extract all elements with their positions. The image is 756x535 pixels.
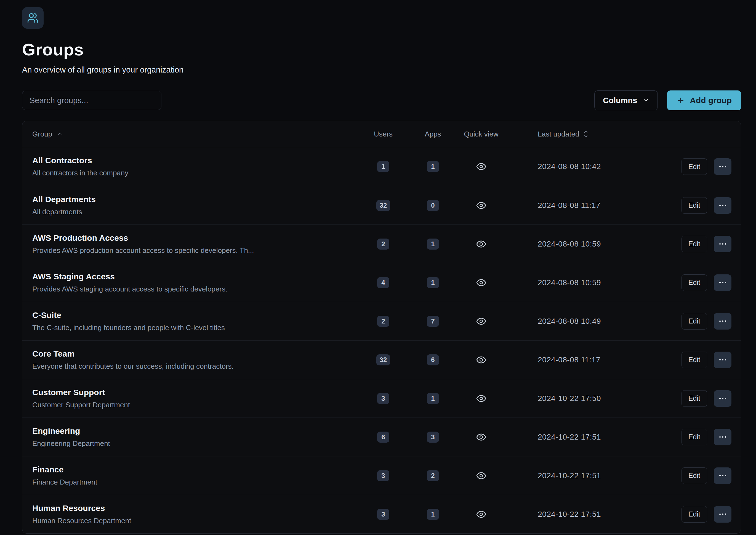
apps-count-badge: 7 (427, 316, 439, 327)
eye-icon (476, 239, 486, 249)
group-cell: AWS Production Access Provides AWS produ… (22, 233, 359, 255)
search-input[interactable] (22, 91, 161, 110)
edit-button[interactable]: Edit (682, 506, 707, 522)
edit-button[interactable]: Edit (682, 467, 707, 484)
actions-cell: Edit (667, 236, 741, 252)
quick-view-cell (458, 353, 505, 367)
more-actions-button[interactable] (714, 429, 731, 445)
quick-view-button[interactable] (474, 469, 488, 483)
apps-cell: 6 (408, 354, 458, 365)
users-count-badge: 2 (377, 239, 389, 250)
actions-cell: Edit (667, 506, 741, 522)
group-cell: Finance Finance Department (22, 465, 359, 487)
table-row[interactable]: Customer Support Customer Support Depart… (22, 379, 741, 417)
users-count-badge: 4 (377, 277, 389, 288)
group-description: Provides AWS production account access t… (32, 246, 359, 255)
column-header-group[interactable]: Group (22, 130, 359, 138)
column-header-last-updated[interactable]: Last updated (505, 129, 667, 138)
apps-cell: 1 (408, 161, 458, 172)
users-cell: 32 (359, 354, 408, 365)
users-cell: 2 (359, 239, 408, 250)
column-header-apps[interactable]: Apps (408, 130, 458, 138)
quick-view-button[interactable] (474, 160, 488, 174)
last-updated-value: 2024-10-22 17:50 (505, 394, 667, 403)
users-count-badge: 6 (377, 432, 389, 443)
quick-view-button[interactable] (474, 314, 488, 328)
quick-view-button[interactable] (474, 237, 488, 251)
toolbar: Columns Add group (22, 91, 741, 110)
last-updated-value: 2024-08-08 11:17 (505, 201, 667, 210)
edit-button[interactable]: Edit (682, 197, 707, 214)
table-row[interactable]: Core Team Everyone that contributes to o… (22, 340, 741, 379)
table-row[interactable]: AWS Production Access Provides AWS produ… (22, 224, 741, 263)
quick-view-button[interactable] (474, 507, 488, 521)
apps-count-badge: 1 (427, 161, 439, 172)
apps-count-badge: 2 (427, 470, 439, 481)
table-row[interactable]: Finance Finance Department 3 2 2024-10-2… (22, 456, 741, 495)
users-cell: 4 (359, 277, 408, 288)
more-actions-button[interactable] (714, 236, 731, 252)
edit-button[interactable]: Edit (682, 429, 707, 445)
table-row[interactable]: AWS Staging Access Provides AWS staging … (22, 263, 741, 302)
more-actions-button[interactable] (714, 313, 731, 329)
add-group-button[interactable]: Add group (667, 91, 741, 110)
group-cell: Core Team Everyone that contributes to o… (22, 349, 359, 371)
quick-view-cell (458, 237, 505, 251)
group-name: Human Resources (32, 504, 359, 513)
more-actions-button[interactable] (714, 506, 731, 522)
edit-button[interactable]: Edit (682, 313, 707, 329)
users-cell: 1 (359, 161, 408, 172)
more-actions-button[interactable] (714, 467, 731, 484)
last-updated-value: 2024-08-08 10:49 (505, 317, 667, 326)
ellipsis-icon (719, 514, 726, 515)
group-cell: All Contractors All contractors in the c… (22, 156, 359, 177)
group-name: AWS Staging Access (32, 272, 359, 281)
more-actions-button[interactable] (714, 158, 731, 175)
edit-button[interactable]: Edit (682, 158, 707, 175)
chevrons-up-down-icon (583, 129, 589, 138)
table-row[interactable]: Engineering Engineering Department 6 3 2… (22, 417, 741, 456)
table-row[interactable]: Human Resources Human Resources Departme… (22, 495, 741, 533)
edit-button[interactable]: Edit (682, 352, 707, 368)
quick-view-cell (458, 314, 505, 328)
columns-label: Columns (603, 96, 637, 105)
users-count-badge: 3 (377, 470, 389, 481)
group-description: All contractors in the company (32, 169, 359, 177)
group-name: AWS Production Access (32, 233, 359, 243)
apps-cell: 1 (408, 277, 458, 288)
quick-view-cell (458, 392, 505, 406)
quick-view-button[interactable] (474, 199, 488, 212)
groups-page: Groups An overview of all groups in your… (0, 0, 756, 534)
more-actions-button[interactable] (714, 197, 731, 214)
ellipsis-icon (719, 475, 726, 476)
group-cell: Customer Support Customer Support Depart… (22, 388, 359, 409)
page-title: Groups (22, 40, 741, 59)
columns-dropdown-button[interactable]: Columns (594, 91, 658, 110)
table-row[interactable]: C-Suite The C-suite, including founders … (22, 302, 741, 340)
group-name: C-Suite (32, 311, 359, 320)
quick-view-button[interactable] (474, 353, 488, 367)
apps-count-badge: 1 (427, 393, 439, 404)
more-actions-button[interactable] (714, 274, 731, 291)
table-row[interactable]: All Departments All departments 32 0 202… (22, 186, 741, 224)
more-actions-button[interactable] (714, 352, 731, 368)
groups-table: Group Users Apps Quick view Last updated… (22, 121, 741, 534)
more-actions-button[interactable] (714, 390, 731, 407)
group-name: All Contractors (32, 156, 359, 165)
ellipsis-icon (719, 243, 726, 245)
actions-cell: Edit (667, 197, 741, 214)
edit-button[interactable]: Edit (682, 236, 707, 252)
column-header-users[interactable]: Users (359, 130, 408, 138)
chevron-down-icon (643, 97, 649, 104)
actions-cell: Edit (667, 274, 741, 291)
quick-view-button[interactable] (474, 276, 488, 290)
apps-cell: 0 (408, 200, 458, 211)
table-row[interactable]: All Contractors All contractors in the c… (22, 147, 741, 186)
edit-button[interactable]: Edit (682, 274, 707, 291)
users-count-badge: 32 (376, 200, 391, 211)
quick-view-button[interactable] (474, 430, 488, 444)
users-count-badge: 1 (377, 161, 389, 172)
edit-button[interactable]: Edit (682, 390, 707, 407)
page-icon-tile (22, 7, 44, 29)
quick-view-button[interactable] (474, 392, 488, 406)
